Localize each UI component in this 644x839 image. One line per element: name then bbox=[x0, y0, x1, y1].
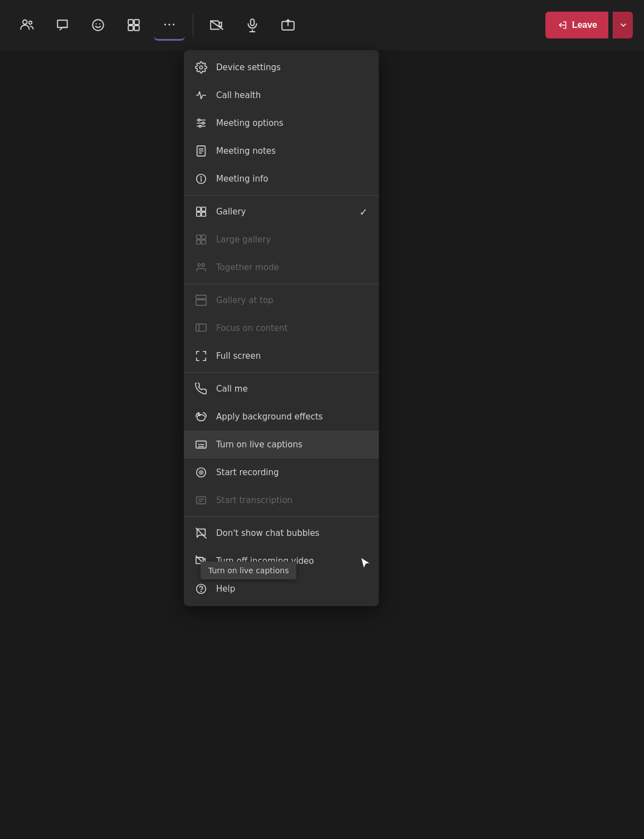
menu-item-live-captions[interactable]: Turn on live captions bbox=[184, 431, 379, 458]
menu-item-no-chat-bubbles[interactable]: Don't show chat bubbles bbox=[184, 519, 379, 547]
menu-item-live-captions-label: Turn on live captions bbox=[216, 440, 303, 450]
menu-item-call-me[interactable]: Call me bbox=[184, 375, 379, 403]
no-chat-icon bbox=[195, 527, 207, 539]
menu-item-gallery-at-top-label: Gallery at top bbox=[216, 295, 274, 305]
svg-rect-49 bbox=[197, 497, 206, 504]
menu-item-meeting-options[interactable]: Meeting options bbox=[184, 109, 379, 137]
svg-point-45 bbox=[197, 414, 206, 421]
record-icon bbox=[195, 466, 207, 479]
svg-rect-30 bbox=[197, 207, 201, 211]
menu-item-gallery[interactable]: Gallery ✓ bbox=[184, 198, 379, 226]
menu-item-gallery-label: Gallery bbox=[216, 207, 246, 217]
svg-rect-5 bbox=[128, 19, 133, 25]
svg-rect-35 bbox=[202, 235, 206, 239]
svg-rect-37 bbox=[202, 240, 206, 244]
svg-point-56 bbox=[201, 591, 202, 592]
svg-rect-34 bbox=[197, 235, 201, 239]
live-captions-tooltip: Turn on live captions bbox=[201, 562, 296, 579]
menu-item-meeting-notes[interactable]: Meeting notes bbox=[184, 137, 379, 165]
svg-point-3 bbox=[96, 23, 97, 25]
svg-point-11 bbox=[173, 23, 174, 25]
gallery-check: ✓ bbox=[359, 206, 368, 218]
tooltip-text: Turn on live captions bbox=[208, 566, 289, 575]
cc-icon bbox=[195, 438, 207, 451]
menu-item-gallery-at-top: Gallery at top bbox=[184, 286, 379, 314]
svg-rect-42 bbox=[196, 324, 206, 331]
menu-item-full-screen-label: Full screen bbox=[216, 351, 261, 361]
svg-point-21 bbox=[202, 122, 204, 124]
info-icon bbox=[195, 173, 207, 185]
bg-effects-icon bbox=[195, 411, 207, 423]
together-icon bbox=[195, 261, 207, 274]
menu-item-start-transcription-label: Start transcription bbox=[216, 495, 292, 505]
menu-item-call-me-label: Call me bbox=[216, 384, 248, 394]
notes-icon bbox=[195, 145, 207, 157]
svg-rect-8 bbox=[134, 26, 139, 31]
chat-icon[interactable] bbox=[47, 9, 78, 41]
menu-item-call-health-label: Call health bbox=[216, 90, 261, 100]
topbar-divider bbox=[193, 14, 193, 36]
svg-rect-32 bbox=[197, 212, 201, 216]
react-icon[interactable] bbox=[82, 9, 114, 41]
svg-point-22 bbox=[199, 125, 201, 128]
gear-icon bbox=[195, 61, 207, 74]
svg-point-16 bbox=[199, 66, 203, 69]
share-icon[interactable] bbox=[272, 9, 304, 41]
gallery-top-icon bbox=[195, 294, 207, 306]
svg-point-1 bbox=[29, 21, 32, 24]
transcription-icon bbox=[195, 494, 207, 506]
svg-point-2 bbox=[92, 19, 104, 31]
menu-item-meeting-notes-label: Meeting notes bbox=[216, 146, 276, 156]
people-icon[interactable] bbox=[11, 9, 42, 41]
pulse-icon bbox=[195, 89, 207, 101]
gallery-icon bbox=[195, 206, 207, 218]
view-icon[interactable] bbox=[118, 9, 149, 41]
large-gallery-icon bbox=[195, 233, 207, 246]
svg-point-48 bbox=[198, 470, 203, 475]
divider-2 bbox=[184, 284, 379, 284]
svg-point-39 bbox=[202, 264, 204, 266]
svg-rect-31 bbox=[202, 207, 206, 211]
menu-item-meeting-info[interactable]: Meeting info bbox=[184, 165, 379, 193]
leave-chevron-button[interactable] bbox=[613, 12, 633, 38]
menu-item-device-settings[interactable]: Device settings bbox=[184, 53, 379, 81]
leave-button[interactable]: Leave bbox=[545, 12, 608, 38]
menu-item-call-health[interactable]: Call health bbox=[184, 81, 379, 109]
mic-icon[interactable] bbox=[237, 9, 268, 41]
divider-1 bbox=[184, 195, 379, 196]
menu-item-large-gallery: Large gallery bbox=[184, 226, 379, 253]
menu-item-full-screen[interactable]: Full screen bbox=[184, 342, 379, 370]
menu-item-apply-bg[interactable]: Apply background effects bbox=[184, 403, 379, 431]
svg-point-38 bbox=[198, 264, 201, 266]
focus-icon bbox=[195, 322, 207, 334]
menu-item-focus-content: Focus on content bbox=[184, 314, 379, 342]
svg-rect-33 bbox=[202, 212, 206, 216]
svg-rect-6 bbox=[134, 19, 139, 25]
menu-item-together-mode: Together mode bbox=[184, 253, 379, 281]
menu-item-no-chat-bubbles-label: Don't show chat bubbles bbox=[216, 528, 319, 538]
svg-rect-40 bbox=[196, 295, 206, 299]
menu-item-apply-bg-label: Apply background effects bbox=[216, 412, 323, 422]
menu-item-start-transcription: Start transcription bbox=[184, 486, 379, 514]
menu-item-device-settings-label: Device settings bbox=[216, 62, 281, 72]
more-icon[interactable] bbox=[154, 9, 185, 41]
svg-point-10 bbox=[168, 23, 170, 25]
svg-point-4 bbox=[99, 23, 100, 25]
menu-item-together-mode-label: Together mode bbox=[216, 262, 279, 272]
menu-item-large-gallery-label: Large gallery bbox=[216, 235, 271, 245]
menu-item-meeting-options-label: Meeting options bbox=[216, 118, 284, 128]
help-icon bbox=[195, 583, 207, 595]
svg-point-20 bbox=[198, 119, 201, 121]
svg-rect-41 bbox=[196, 300, 206, 305]
svg-rect-12 bbox=[251, 19, 255, 26]
menu-item-start-recording[interactable]: Start recording bbox=[184, 458, 379, 486]
divider-3 bbox=[184, 372, 379, 373]
more-options-menu: Device settings Call health Meeting opti… bbox=[184, 50, 379, 606]
menu-item-meeting-info-label: Meeting info bbox=[216, 174, 268, 184]
svg-point-29 bbox=[201, 177, 202, 177]
menu-item-help-label: Help bbox=[216, 584, 235, 594]
phone-icon bbox=[195, 383, 207, 395]
svg-rect-7 bbox=[128, 26, 133, 31]
topbar: Leave bbox=[0, 0, 644, 50]
video-off-icon[interactable] bbox=[201, 9, 232, 41]
